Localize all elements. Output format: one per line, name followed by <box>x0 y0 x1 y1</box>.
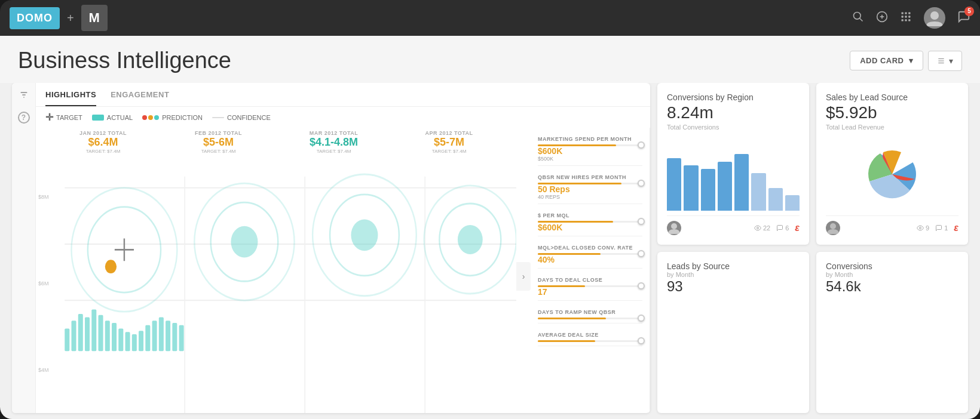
metric-days-ramp: DAYS TO RAMP NEW QBSR <box>538 306 642 324</box>
help-icon[interactable]: ? <box>18 112 30 124</box>
avatar-sales <box>826 221 840 235</box>
dashboard: ? HIGHLIGHTS ENGAGEMENT ✛ TARGET <box>0 83 980 419</box>
chart-metrics: MARKETING SPEND PER MONTH $600K $500K <box>531 128 650 413</box>
svg-rect-45 <box>91 309 96 351</box>
header-actions: ADD CARD ▾ ▾ <box>850 51 962 71</box>
sidebar-filter-icon[interactable] <box>19 90 29 102</box>
domo-logo-footer-sales: ε <box>954 223 958 233</box>
main-chart-card: ? HIGHLIGHTS ENGAGEMENT ✛ TARGET <box>12 83 650 413</box>
card-leads-by-source: Leads by Source by Month 93 <box>657 252 809 414</box>
svg-point-37 <box>351 219 378 251</box>
svg-rect-58 <box>179 325 184 351</box>
svg-rect-44 <box>85 318 90 352</box>
chart-svg <box>36 154 516 413</box>
svg-rect-47 <box>105 321 110 351</box>
svg-point-61 <box>830 223 836 229</box>
grid-icon[interactable] <box>900 11 912 26</box>
period-jan: JAN 2012 TOTAL $6.4M TARGET: $7.4M <box>45 130 161 154</box>
bubble-chart-container: $8M $6M $4M <box>36 154 516 413</box>
footer-stats-sales: 9 1 ε <box>917 223 958 233</box>
metric-mql-deal: MQL>DEAL CLOSED CONV. RATE 40% <box>538 241 642 269</box>
legend-confidence: CONFIDENCE <box>212 114 271 121</box>
svg-rect-50 <box>125 332 130 351</box>
svg-point-31 <box>105 260 117 273</box>
svg-rect-51 <box>132 334 137 351</box>
topbar-icons: 5 <box>852 7 970 29</box>
period-mar: MAR 2012 TOTAL $4.1-4.8M TARGET: $7.4M <box>276 130 391 154</box>
svg-rect-42 <box>71 321 76 351</box>
user-avatar[interactable] <box>924 7 945 29</box>
svg-rect-54 <box>152 321 157 351</box>
period-feb: FEB 2012 TOTAL $5-6M TARGET: $7.4M <box>161 130 276 154</box>
svg-rect-8 <box>902 16 904 17</box>
metric-marketing-spend: MARKETING SPEND PER MONTH $600K $500K <box>538 133 642 166</box>
card-sidebar: ? <box>12 83 36 413</box>
notification-badge: 5 <box>964 7 974 16</box>
domo-logo[interactable]: DOMO <box>10 7 60 29</box>
svg-point-40 <box>458 225 483 254</box>
topbar: DOMO + M <box>0 0 980 36</box>
add-card-chevron-icon: ▾ <box>909 56 914 65</box>
svg-rect-43 <box>78 314 83 351</box>
svg-rect-57 <box>172 323 177 351</box>
chart-next-button[interactable]: › <box>516 262 531 291</box>
svg-point-59 <box>671 223 677 229</box>
svg-rect-53 <box>145 325 150 351</box>
add-icon[interactable] <box>876 11 888 26</box>
svg-rect-11 <box>902 19 904 21</box>
svg-rect-49 <box>118 328 123 351</box>
period-apr: APR 2012 TOTAL $5-7M TARGET: $7.4M <box>391 130 507 154</box>
card-body: ? HIGHLIGHTS ENGAGEMENT ✛ TARGET <box>12 83 650 413</box>
avatar <box>667 221 681 235</box>
y-axis-labels: $8M $6M $4M <box>38 154 49 413</box>
active-page-indicator[interactable]: M <box>81 5 108 31</box>
pie-chart-sales <box>826 135 958 213</box>
main-content: Business Intelligence ADD CARD ▾ ▾ <box>0 36 980 419</box>
filter-button[interactable]: ▾ <box>928 51 962 71</box>
card-tabs: HIGHLIGHTS ENGAGEMENT <box>36 83 650 107</box>
page-title: Business Intelligence <box>18 48 850 73</box>
svg-rect-48 <box>112 323 117 351</box>
right-cards-grid: Conversions by Region 8.24m Total Conver… <box>657 83 968 413</box>
search-icon[interactable] <box>852 11 864 26</box>
svg-rect-7 <box>908 12 910 14</box>
card-footer-conversions: 22 6 ε <box>667 215 800 235</box>
chart-legend: ✛ TARGET ACTUAL <box>36 107 650 128</box>
tab-highlights[interactable]: HIGHLIGHTS <box>45 83 96 106</box>
footer-stats-conversions: 22 6 ε <box>754 223 800 233</box>
plus-icon[interactable]: + <box>67 11 74 25</box>
svg-rect-52 <box>139 331 143 351</box>
svg-line-1 <box>860 18 863 21</box>
domo-logo-footer: ε <box>795 223 800 233</box>
svg-rect-10 <box>908 16 910 17</box>
svg-point-62 <box>920 227 921 229</box>
legend-actual: ACTUAL <box>92 114 133 121</box>
card-conversions-by-region: Conversions by Region 8.24m Total Conver… <box>657 83 809 245</box>
pie-chart-svg <box>856 144 928 204</box>
svg-point-34 <box>231 226 258 258</box>
legend-prediction: PREDICTION <box>142 114 203 121</box>
svg-point-60 <box>757 227 758 229</box>
page-header: Business Intelligence ADD CARD ▾ ▾ <box>0 36 980 83</box>
card-footer-sales: 9 1 ε <box>826 215 958 235</box>
tab-engagement[interactable]: ENGAGEMENT <box>111 83 169 106</box>
metric-per-mql: $ PER MQL $600K <box>538 209 642 236</box>
svg-point-0 <box>854 12 861 19</box>
svg-rect-6 <box>905 12 906 14</box>
svg-rect-55 <box>159 318 164 352</box>
svg-rect-9 <box>905 16 906 17</box>
metric-avg-deal: AVERAGE DEAL SIZE <box>538 328 642 346</box>
period-labels: JAN 2012 TOTAL $6.4M TARGET: $7.4M FEB 2… <box>36 128 516 154</box>
card-sales-by-lead-source: Sales by Lead Source $5.92b Total Lead R… <box>816 83 968 245</box>
notifications-icon[interactable]: 5 <box>957 10 970 26</box>
svg-rect-5 <box>902 12 904 14</box>
svg-rect-56 <box>166 321 170 351</box>
svg-rect-41 <box>65 328 69 351</box>
legend-target: ✛ TARGET <box>45 112 82 123</box>
card-content: HIGHLIGHTS ENGAGEMENT ✛ TARGET ACTUAL <box>36 83 650 413</box>
svg-point-14 <box>930 11 939 20</box>
add-card-button[interactable]: ADD CARD ▾ <box>850 51 923 70</box>
chart-visual-area: JAN 2012 TOTAL $6.4M TARGET: $7.4M FEB 2… <box>36 128 516 413</box>
metric-days-deal: DAYS TO DEAL CLOSE 17 <box>538 273 642 301</box>
svg-rect-12 <box>905 19 906 21</box>
